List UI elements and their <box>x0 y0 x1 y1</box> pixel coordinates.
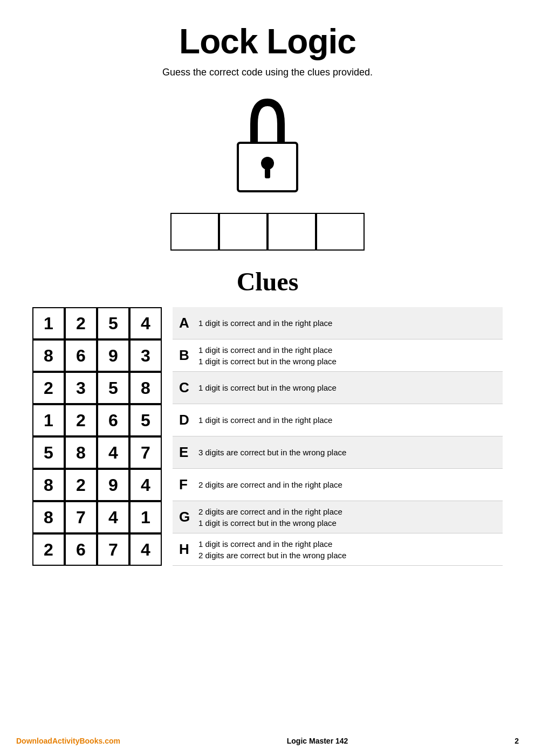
clue-text-e: 3 digits are correct but in the wrong pl… <box>198 447 346 458</box>
guess-row: 1265 <box>32 404 162 436</box>
guess-cell-6-1: 7 <box>65 501 97 533</box>
guess-cell-7-3: 4 <box>129 533 162 566</box>
page-subtitle: Guess the correct code using the clues p… <box>32 67 503 78</box>
answer-box-3 <box>268 213 316 251</box>
guess-cell-3-3: 5 <box>129 404 162 436</box>
guess-row: 5847 <box>32 436 162 469</box>
footer: DownloadActivityBooks.com Logic Master 1… <box>0 737 535 745</box>
guess-cell-1-0: 8 <box>32 339 65 372</box>
clue-item-h: H1 digit is correct and in the right pla… <box>173 533 503 566</box>
guess-row: 8693 <box>32 339 162 372</box>
page-title: Lock Logic <box>32 22 503 61</box>
guess-cell-1-3: 3 <box>129 339 162 372</box>
clue-item-b: B1 digit is correct and in the right pla… <box>173 339 503 372</box>
clue-letter-h: H <box>179 541 198 558</box>
guess-cell-6-0: 8 <box>32 501 65 533</box>
guess-row: 8294 <box>32 469 162 501</box>
guess-row: 2358 <box>32 372 162 404</box>
guess-cell-6-3: 1 <box>129 501 162 533</box>
answer-box-4 <box>316 213 365 251</box>
guess-cell-2-1: 3 <box>65 372 97 404</box>
clue-item-d: D1 digit is correct and in the right pla… <box>173 404 503 436</box>
guess-cell-2-2: 5 <box>97 372 129 404</box>
guess-cell-7-1: 6 <box>65 533 97 566</box>
guess-cell-2-3: 8 <box>129 372 162 404</box>
clue-item-f: F2 digits are correct and in the right p… <box>173 469 503 501</box>
answer-box-2 <box>219 213 268 251</box>
clue-text-b: 1 digit is correct and in the right plac… <box>198 344 337 367</box>
clue-letter-c: C <box>179 379 198 396</box>
clue-letter-e: E <box>179 444 198 461</box>
clue-item-g: G2 digits are correct and in the right p… <box>173 501 503 533</box>
guess-cell-7-2: 7 <box>97 533 129 566</box>
clue-letter-b: B <box>179 347 198 364</box>
guess-cell-2-0: 2 <box>32 372 65 404</box>
guess-cell-5-0: 8 <box>32 469 65 501</box>
footer-page: 2 <box>515 737 519 745</box>
guess-cell-3-1: 2 <box>65 404 97 436</box>
guess-cell-0-3: 4 <box>129 307 162 339</box>
guess-cell-4-2: 4 <box>97 436 129 469</box>
page: Lock Logic Guess the correct code using … <box>0 0 535 756</box>
guess-cell-5-3: 4 <box>129 469 162 501</box>
guess-cell-3-0: 1 <box>32 404 65 436</box>
guess-cell-4-1: 8 <box>65 436 97 469</box>
clue-text-g: 2 digits are correct and in the right pl… <box>198 506 342 529</box>
guess-cell-5-2: 9 <box>97 469 129 501</box>
clue-letter-g: G <box>179 509 198 525</box>
lock-illustration <box>32 94 503 197</box>
guess-cell-1-2: 9 <box>97 339 129 372</box>
footer-website: DownloadActivityBooks.com <box>16 737 120 745</box>
clue-letter-a: A <box>179 315 198 331</box>
guess-cell-0-1: 2 <box>65 307 97 339</box>
guess-cell-6-2: 4 <box>97 501 129 533</box>
lock-icon <box>224 94 311 197</box>
svg-rect-2 <box>265 169 270 178</box>
clues-area: 12548693235812655847829487412674 A1 digi… <box>32 307 503 566</box>
guess-cell-7-0: 2 <box>32 533 65 566</box>
guess-row: 2674 <box>32 533 162 566</box>
clues-heading: Clues <box>32 267 503 296</box>
clue-letter-d: D <box>179 412 198 428</box>
guess-cell-4-3: 7 <box>129 436 162 469</box>
guess-cell-4-0: 5 <box>32 436 65 469</box>
clue-letter-f: F <box>179 476 198 493</box>
clue-item-c: C1 digit is correct but in the wrong pla… <box>173 372 503 404</box>
guess-cell-1-1: 6 <box>65 339 97 372</box>
guess-cell-3-2: 6 <box>97 404 129 436</box>
clue-text-f: 2 digits are correct and in the right pl… <box>198 479 342 490</box>
guess-cell-0-0: 1 <box>32 307 65 339</box>
clue-text-c: 1 digit is correct but in the wrong plac… <box>198 382 337 393</box>
guess-row: 8741 <box>32 501 162 533</box>
svg-point-1 <box>261 157 274 170</box>
clue-text-h: 1 digit is correct and in the right plac… <box>198 538 346 561</box>
clue-text-a: 1 digit is correct and in the right plac… <box>198 317 332 329</box>
clue-item-e: E3 digits are correct but in the wrong p… <box>173 436 503 469</box>
guess-cell-0-2: 5 <box>97 307 129 339</box>
clue-item-a: A1 digit is correct and in the right pla… <box>173 307 503 339</box>
guess-row: 1254 <box>32 307 162 339</box>
footer-book: Logic Master 142 <box>287 737 348 745</box>
guess-cell-5-1: 2 <box>65 469 97 501</box>
clue-list: A1 digit is correct and in the right pla… <box>173 307 503 566</box>
answer-boxes <box>32 213 503 251</box>
guess-grid: 12548693235812655847829487412674 <box>32 307 162 566</box>
answer-box-1 <box>170 213 219 251</box>
clue-text-d: 1 digit is correct and in the right plac… <box>198 414 332 426</box>
